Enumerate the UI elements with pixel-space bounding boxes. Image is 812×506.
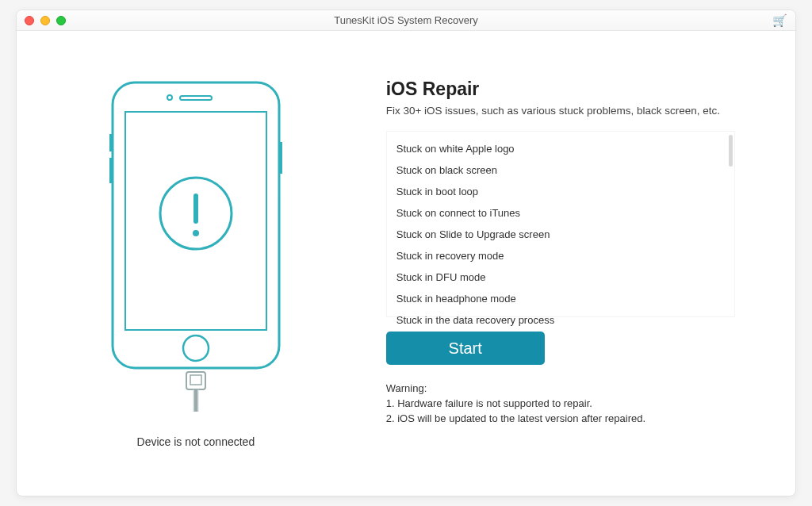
repair-panel: iOS Repair Fix 30+ iOS issues, such as v… — [375, 31, 795, 496]
list-item: Stuck in headphone mode — [396, 288, 725, 309]
scrollbar-thumb[interactable] — [729, 135, 733, 167]
issue-list[interactable]: Stuck on white Apple logo Stuck on black… — [386, 131, 735, 317]
list-item: Stuck in the data recovery process — [396, 309, 725, 331]
list-item: Stuck in boot loop — [396, 181, 725, 202]
phone-icon — [105, 79, 287, 412]
svg-rect-9 — [193, 194, 198, 224]
svg-point-3 — [167, 95, 172, 100]
start-button[interactable]: Start — [386, 332, 545, 365]
warning-heading: Warning: — [386, 382, 772, 394]
svg-rect-2 — [180, 96, 212, 100]
titlebar: TunesKit iOS System Recovery 🛒 — [17, 10, 795, 31]
list-item: Stuck in DFU mode — [396, 266, 725, 288]
list-item: Stuck in recovery mode — [396, 245, 725, 266]
svg-rect-7 — [279, 142, 282, 174]
list-item: Stuck on black screen — [396, 159, 725, 181]
list-item: Stuck on white Apple logo — [396, 138, 725, 159]
start-button-label: Start — [449, 339, 482, 358]
window-title: TunesKit iOS System Recovery — [17, 14, 795, 26]
device-panel: Device is not connected — [17, 31, 375, 496]
svg-rect-6 — [109, 158, 113, 183]
svg-rect-12 — [190, 375, 201, 385]
cart-icon[interactable]: 🛒 — [772, 13, 787, 28]
warning-line: 2. iOS will be updated to the latest ver… — [386, 412, 772, 424]
list-item: Stuck on Slide to Upgrade screen — [396, 224, 725, 245]
content-area: Device is not connected iOS Repair Fix 3… — [17, 31, 795, 496]
warning-block: Warning: 1. Hardware failure is not supp… — [386, 382, 772, 424]
phone-illustration — [105, 79, 287, 412]
page-subtitle: Fix 30+ iOS issues, such as various stuc… — [386, 105, 772, 117]
list-item: Stuck on connect to iTunes — [396, 202, 725, 224]
svg-rect-5 — [109, 134, 113, 151]
svg-point-4 — [183, 335, 209, 361]
page-title: iOS Repair — [386, 79, 772, 100]
device-status: Device is not connected — [137, 435, 255, 448]
svg-rect-0 — [113, 82, 279, 368]
warning-line: 1. Hardware failure is not supported to … — [386, 397, 772, 409]
app-window: TunesKit iOS System Recovery 🛒 — [16, 10, 796, 496]
svg-point-10 — [193, 230, 199, 236]
